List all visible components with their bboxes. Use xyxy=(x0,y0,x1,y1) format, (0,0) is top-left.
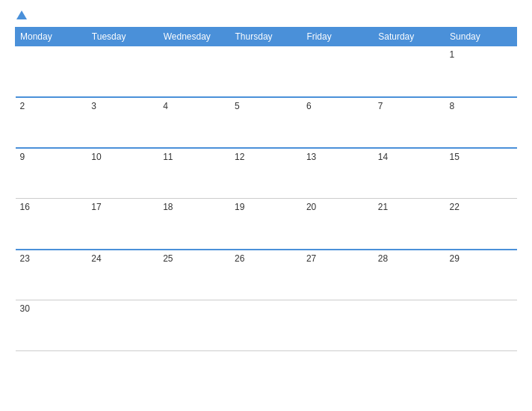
calendar-week-row: 30 xyxy=(16,300,517,351)
calendar-cell: 11 xyxy=(158,148,230,199)
weekday-header-sunday: Sunday xyxy=(445,28,517,46)
calendar-cell: 27 xyxy=(302,250,374,300)
day-number: 15 xyxy=(450,152,460,162)
weekday-header-friday: Friday xyxy=(302,28,374,46)
calendar-week-row: 2345678 xyxy=(16,97,517,148)
calendar-cell: 1 xyxy=(445,46,517,97)
calendar-cell: 17 xyxy=(87,199,158,250)
logo xyxy=(15,12,27,21)
day-number: 2 xyxy=(20,101,25,111)
day-number: 24 xyxy=(91,253,101,264)
calendar-cell: 3 xyxy=(87,97,158,148)
calendar-cell: 12 xyxy=(230,148,302,199)
day-number: 28 xyxy=(378,253,388,264)
weekday-header-thursday: Thursday xyxy=(230,28,302,46)
calendar-cell xyxy=(158,300,230,351)
day-number: 26 xyxy=(235,253,244,264)
calendar-header xyxy=(15,12,517,21)
calendar-cell: 20 xyxy=(302,199,374,250)
day-number: 4 xyxy=(163,101,168,111)
calendar-week-row: 9101112131415 xyxy=(16,148,517,199)
calendar-grid: MondayTuesdayWednesdayThursdayFridaySatu… xyxy=(15,27,517,351)
calendar-cell xyxy=(230,46,302,97)
day-number: 10 xyxy=(91,152,101,162)
calendar-cell xyxy=(374,300,445,351)
calendar-cell: 5 xyxy=(230,97,302,148)
day-number: 7 xyxy=(378,101,383,111)
calendar-cell: 28 xyxy=(374,250,445,300)
logo-triangle-icon xyxy=(16,10,27,19)
calendar-cell: 7 xyxy=(374,97,445,148)
calendar-cell: 30 xyxy=(16,300,87,351)
day-number: 20 xyxy=(306,202,316,212)
day-number: 29 xyxy=(450,253,460,264)
calendar-cell: 24 xyxy=(87,250,158,300)
calendar-week-row: 1 xyxy=(16,46,517,97)
calendar-week-row: 23242526272829 xyxy=(16,250,517,300)
calendar-cell xyxy=(302,46,374,97)
day-number: 14 xyxy=(378,152,388,162)
day-number: 8 xyxy=(450,101,455,111)
calendar-cell xyxy=(374,46,445,97)
calendar-cell: 18 xyxy=(158,199,230,250)
calendar-cell: 10 xyxy=(87,148,158,199)
weekday-header-tuesday: Tuesday xyxy=(87,28,158,46)
calendar-cell: 23 xyxy=(16,250,87,300)
day-number: 11 xyxy=(163,152,173,162)
calendar-cell: 8 xyxy=(445,97,517,148)
calendar-cell xyxy=(158,46,230,97)
calendar-week-row: 16171819202122 xyxy=(16,199,517,250)
calendar-cell: 26 xyxy=(230,250,302,300)
calendar-cell xyxy=(445,300,517,351)
weekday-header-row: MondayTuesdayWednesdayThursdayFridaySatu… xyxy=(16,28,517,46)
calendar-cell xyxy=(230,300,302,351)
calendar-cell: 9 xyxy=(16,148,87,199)
calendar-cell: 13 xyxy=(302,148,374,199)
day-number: 3 xyxy=(91,101,96,111)
day-number: 1 xyxy=(450,49,455,60)
weekday-header-monday: Monday xyxy=(16,28,87,46)
day-number: 13 xyxy=(306,152,316,162)
calendar-cell xyxy=(87,300,158,351)
calendar-container: MondayTuesdayWednesdayThursdayFridaySatu… xyxy=(0,0,532,411)
day-number: 17 xyxy=(91,202,101,212)
weekday-header-saturday: Saturday xyxy=(374,28,445,46)
calendar-cell: 16 xyxy=(16,199,87,250)
day-number: 12 xyxy=(235,152,244,162)
calendar-cell: 19 xyxy=(230,199,302,250)
day-number: 25 xyxy=(163,253,173,264)
day-number: 22 xyxy=(450,202,460,212)
day-number: 5 xyxy=(235,101,240,111)
calendar-cell: 25 xyxy=(158,250,230,300)
day-number: 27 xyxy=(306,253,316,264)
calendar-cell: 14 xyxy=(374,148,445,199)
calendar-cell: 29 xyxy=(445,250,517,300)
calendar-cell xyxy=(16,46,87,97)
calendar-cell: 22 xyxy=(445,199,517,250)
day-number: 16 xyxy=(20,202,30,212)
calendar-cell: 15 xyxy=(445,148,517,199)
day-number: 19 xyxy=(235,202,244,212)
day-number: 21 xyxy=(378,202,388,212)
calendar-cell: 4 xyxy=(158,97,230,148)
calendar-cell xyxy=(302,300,374,351)
calendar-cell xyxy=(87,46,158,97)
calendar-cell: 21 xyxy=(374,199,445,250)
day-number: 18 xyxy=(163,202,173,212)
day-number: 30 xyxy=(20,303,30,314)
day-number: 23 xyxy=(20,253,30,264)
calendar-cell: 2 xyxy=(16,97,87,148)
day-number: 6 xyxy=(306,101,312,111)
weekday-header-wednesday: Wednesday xyxy=(158,28,230,46)
calendar-cell: 6 xyxy=(302,97,374,148)
day-number: 9 xyxy=(20,152,25,162)
